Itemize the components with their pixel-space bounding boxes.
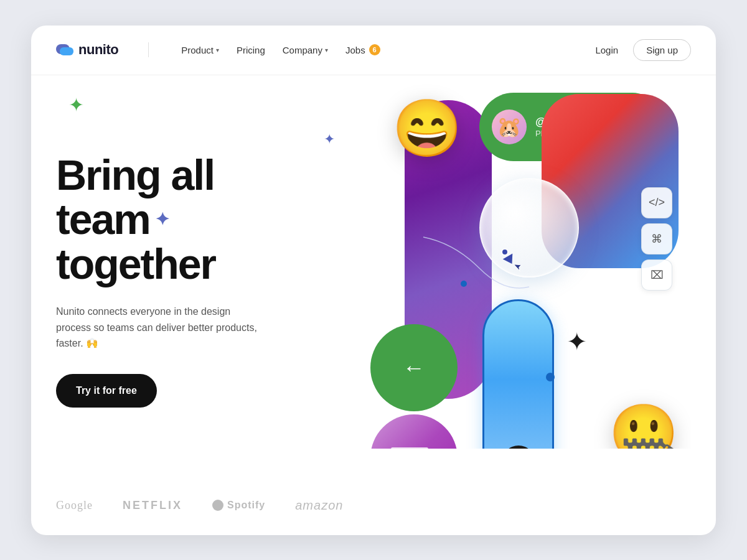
- netflix-logo: NETFLIX: [123, 499, 182, 512]
- nav-actions: Login Sign up: [588, 39, 691, 61]
- cursor-dot: [501, 248, 509, 256]
- code-key-icon: </>: [641, 187, 672, 218]
- chevron-down-icon: ▾: [216, 47, 219, 54]
- logo[interactable]: nunito: [56, 42, 118, 58]
- illustration-panel: 😄 🐹 @kohaku Playing Figma </> ⌘ ⌧: [355, 75, 691, 449]
- nav-links: Product ▾ Pricing Company ▾ Jobs 6: [174, 40, 568, 59]
- logo-text: nunito: [78, 42, 118, 58]
- jobs-badge: 6: [369, 44, 380, 55]
- spotify-logo: Spotify: [212, 500, 265, 511]
- crop-key-icon: ⌧: [641, 259, 672, 291]
- laugh-emoji: 😄: [392, 100, 462, 156]
- left-panel: ✦ ✦ Bring all team ✦ together Nunito con…: [56, 75, 355, 449]
- logo-icon: [56, 43, 73, 57]
- main-content: ✦ ✦ Bring all team ✦ together Nunito con…: [31, 75, 716, 474]
- purple-blob: [370, 414, 458, 449]
- signup-button[interactable]: Sign up: [633, 39, 691, 61]
- chevron-down-icon: ▾: [325, 47, 328, 54]
- sparkle-blue-large-icon: ✦: [155, 210, 168, 228]
- svg-rect-1: [60, 47, 73, 55]
- cta-button[interactable]: Try it for free: [56, 374, 157, 408]
- hero-title: Bring all team ✦ together: [56, 153, 355, 286]
- blob-line: [391, 447, 428, 449]
- amazon-logo: amazon: [295, 498, 343, 513]
- dot-blue-large: [546, 373, 555, 381]
- hero-description: Nunito connects everyone in the design p…: [56, 304, 268, 352]
- nav-item-company[interactable]: Company ▾: [275, 41, 336, 59]
- google-logo: Google: [56, 499, 93, 512]
- nav-divider: [148, 42, 149, 57]
- avatar: 🐹: [492, 110, 527, 144]
- slider-knob: [502, 446, 535, 449]
- navbar: nunito Product ▾ Pricing Company ▾ Jobs …: [31, 26, 716, 75]
- main-card: nunito Product ▾ Pricing Company ▾ Jobs …: [31, 26, 716, 535]
- sparkle-black-icon: ✦: [566, 327, 588, 356]
- slider-shape: [482, 299, 554, 449]
- login-button[interactable]: Login: [588, 40, 626, 60]
- spotify-icon: [212, 500, 223, 511]
- green-circle: ←: [370, 324, 458, 411]
- key-icons: </> ⌘ ⌧: [641, 187, 672, 291]
- nav-item-pricing[interactable]: Pricing: [229, 41, 273, 59]
- sparkle-green-icon: ✦: [68, 94, 84, 116]
- command-key-icon: ⌘: [641, 223, 672, 254]
- nav-item-jobs[interactable]: Jobs 6: [338, 40, 388, 59]
- nav-item-product[interactable]: Product ▾: [174, 41, 227, 59]
- arrow-left-icon: ←: [403, 355, 425, 381]
- logos-section: Google NETFLIX Spotify amazon: [31, 474, 716, 535]
- blob-lines: [391, 447, 428, 449]
- surprised-emoji: 🤐: [609, 405, 679, 449]
